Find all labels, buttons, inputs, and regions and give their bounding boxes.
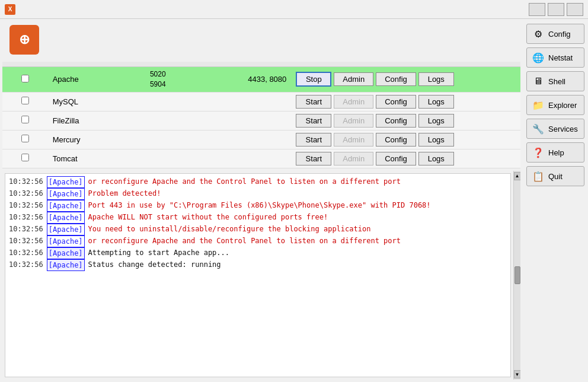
logs-button[interactable]: Logs: [418, 114, 454, 128]
log-tag: [Apache]: [47, 212, 85, 224]
right-panel: ⚙Config🌐Netstat🖥Shell📁Explorer🔧Services❓…: [523, 19, 588, 382]
sidebar-button-label: Quit: [548, 172, 563, 181]
module-name: FileZilla: [48, 111, 145, 130]
sidebar-button-label: Shell: [548, 77, 565, 86]
service-checkbox[interactable]: [21, 75, 29, 82]
sidebar-button-help[interactable]: ❓Help: [526, 142, 584, 163]
title-bar: X: [0, 0, 588, 19]
admin-button: Admin: [334, 95, 373, 109]
app-header: ⊕: [0, 19, 523, 61]
config-button[interactable]: Config: [376, 114, 416, 128]
start-button[interactable]: Start: [296, 152, 331, 165]
sidebar-button-label: Services: [548, 125, 578, 133]
log-timestamp: 10:32:56: [9, 176, 43, 188]
table-row: MySQLStartAdminConfigLogs: [2, 92, 520, 111]
actions-cell: StartAdminConfigLogs: [291, 92, 520, 111]
log-area[interactable]: 10:32:56[Apache]or reconfigure Apache an…: [5, 173, 511, 377]
log-line: 10:32:56[Apache]Status change detected: …: [9, 259, 507, 271]
app-icon: X: [5, 4, 15, 15]
log-message: Problem detected!: [88, 188, 507, 200]
log-timestamp: 10:32:56: [9, 224, 43, 235]
pid-cell: [145, 130, 210, 149]
left-panel: ⊕ Apache502059044433, 8080StopAdmi: [0, 19, 523, 382]
service-checkbox-cell: [2, 130, 48, 149]
service-checkbox[interactable]: [21, 154, 29, 161]
log-line: 10:32:56[Apache]You need to uninstall/di…: [9, 224, 507, 235]
scroll-down-arrow[interactable]: ▼: [514, 370, 521, 378]
logs-button[interactable]: Logs: [418, 152, 454, 165]
port-cell: [210, 111, 291, 130]
actions-cell: StartAdminConfigLogs: [291, 130, 520, 149]
logo-icon: ⊕: [19, 32, 30, 47]
log-timestamp: 10:32:56: [9, 235, 43, 247]
log-line: 10:32:56[Apache]Problem detected!: [9, 188, 507, 200]
log-line: 10:32:56[Apache]or reconfigure Apache an…: [9, 235, 507, 247]
explorer-icon: 📁: [532, 98, 545, 112]
config-button[interactable]: Config: [376, 133, 416, 147]
port-cell: [210, 92, 291, 111]
log-message: or reconfigure Apache and the Control Pa…: [88, 235, 507, 247]
admin-button: Admin: [334, 133, 373, 147]
log-message: Status change detected: running: [88, 259, 507, 271]
modules-section: Apache502059044433, 8080StopAdminConfigL…: [0, 61, 523, 168]
logs-button[interactable]: Logs: [418, 72, 454, 86]
logs-button[interactable]: Logs: [418, 133, 454, 147]
col-service: [2, 62, 48, 67]
maximize-button[interactable]: [548, 3, 564, 16]
close-button[interactable]: [567, 3, 583, 16]
admin-button: Admin: [334, 152, 373, 165]
module-name: Tomcat: [48, 149, 145, 168]
sidebar-button-label: Netstat: [548, 53, 573, 62]
scroll-up-arrow[interactable]: ▲: [514, 172, 521, 180]
start-button[interactable]: Start: [296, 95, 331, 109]
log-tag: [Apache]: [47, 200, 85, 212]
log-tag: [Apache]: [47, 224, 85, 235]
log-timestamp: 10:32:56: [9, 247, 43, 259]
sidebar-button-quit[interactable]: 📋Quit: [526, 166, 584, 186]
netstat-icon: 🌐: [532, 51, 545, 64]
log-timestamp: 10:32:56: [9, 188, 43, 200]
log-line: 10:32:56[Apache]Port 443 in use by "C:\P…: [9, 200, 507, 212]
scroll-thumb[interactable]: [514, 266, 520, 284]
admin-button[interactable]: Admin: [334, 72, 373, 86]
log-timestamp: 10:32:56: [9, 212, 43, 224]
service-checkbox[interactable]: [21, 135, 29, 142]
stop-button[interactable]: Stop: [296, 72, 331, 87]
log-tag: [Apache]: [47, 259, 85, 271]
service-checkbox[interactable]: [21, 116, 29, 123]
sidebar-button-explorer[interactable]: 📁Explorer: [526, 95, 584, 115]
start-button[interactable]: Start: [296, 133, 331, 147]
config-button[interactable]: Config: [376, 152, 416, 165]
log-message: Apache WILL NOT start without the config…: [88, 212, 507, 224]
config-button[interactable]: Config: [376, 95, 416, 109]
log-message: Port 443 in use by "C:\Program Files (x8…: [88, 200, 507, 212]
help-icon: ❓: [532, 146, 545, 159]
main-container: ⊕ Apache502059044433, 8080StopAdmi: [0, 19, 588, 382]
quit-icon: 📋: [532, 170, 545, 183]
table-row: MercuryStartAdminConfigLogs: [2, 130, 520, 149]
app-logo: ⊕: [9, 25, 39, 55]
service-checkbox-cell: [2, 149, 48, 168]
service-checkbox[interactable]: [21, 97, 29, 104]
sidebar-button-netstat[interactable]: 🌐Netstat: [526, 47, 584, 68]
table-row: Apache502059044433, 8080StopAdminConfigL…: [2, 67, 520, 93]
shell-icon: 🖥: [532, 75, 545, 88]
sidebar-button-services[interactable]: 🔧Services: [526, 119, 584, 139]
actions-cell: StartAdminConfigLogs: [291, 111, 520, 130]
pid-cell: [145, 149, 210, 168]
log-scrollbar[interactable]: ▲ ▼: [513, 171, 520, 380]
logs-button[interactable]: Logs: [418, 95, 454, 109]
sidebar-button-label: Explorer: [548, 101, 577, 110]
minimize-button[interactable]: [529, 3, 545, 16]
sidebar-button-shell[interactable]: 🖥Shell: [526, 71, 584, 91]
config-button[interactable]: Config: [376, 72, 416, 86]
services-icon: 🔧: [532, 122, 545, 135]
module-name: Apache: [48, 67, 145, 93]
log-tag: [Apache]: [47, 235, 85, 247]
service-checkbox-cell: [2, 92, 48, 111]
log-tag: [Apache]: [47, 188, 85, 200]
start-button[interactable]: Start: [296, 114, 331, 128]
port-cell: [210, 130, 291, 149]
sidebar-button-config[interactable]: ⚙Config: [526, 24, 584, 44]
table-row: FileZillaStartAdminConfigLogs: [2, 111, 520, 130]
